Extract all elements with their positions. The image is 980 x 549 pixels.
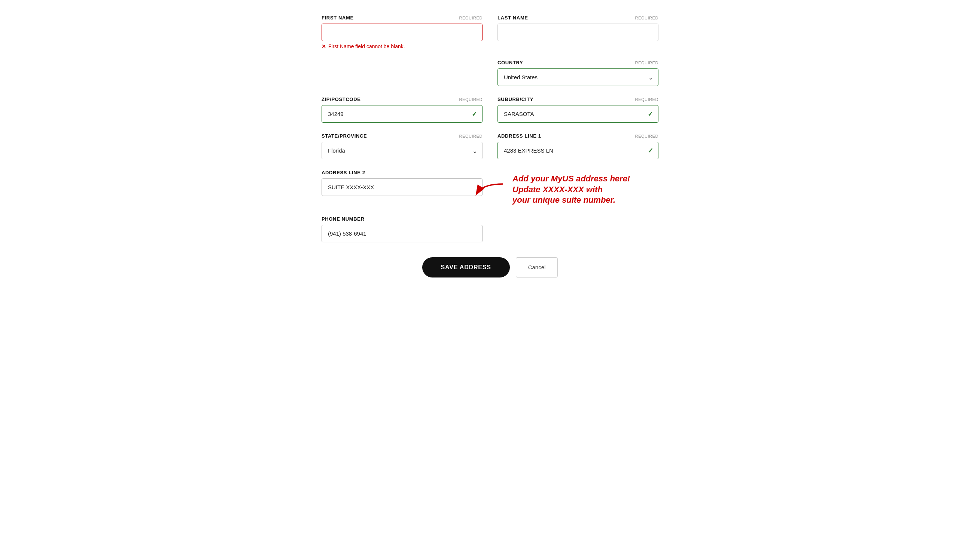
address1-input-wrapper: ✓	[498, 142, 659, 159]
zip-label: ZIP/POSTCODE	[321, 97, 361, 102]
suburb-label-row: SUBURB/CITY REQUIRED	[498, 97, 659, 102]
suburb-group: SUBURB/CITY REQUIRED ✓	[498, 97, 659, 123]
state-required: REQUIRED	[459, 134, 482, 138]
address-form: FIRST NAME REQUIRED ✕ First Name field c…	[321, 15, 659, 278]
country-required: REQUIRED	[635, 60, 659, 65]
zip-group: ZIP/POSTCODE REQUIRED ✓	[321, 97, 482, 123]
suburb-input-wrapper: ✓	[498, 105, 659, 123]
last-name-label: LAST NAME	[498, 15, 528, 21]
first-name-input[interactable]	[321, 24, 482, 41]
country-label: COUNTRY	[498, 60, 523, 65]
last-name-input[interactable]	[498, 24, 659, 41]
button-row: SAVE ADDRESS Cancel	[321, 257, 659, 278]
suburb-required: REQUIRED	[635, 97, 659, 102]
country-row: COUNTRY REQUIRED United States Canada Un…	[321, 60, 659, 86]
first-name-label: FIRST NAME	[321, 15, 354, 21]
address2-group: ADDRESS LINE 2	[321, 170, 482, 196]
last-name-label-row: LAST NAME REQUIRED	[498, 15, 659, 21]
address1-label: ADDRESS LINE 1	[498, 133, 541, 139]
last-name-group: LAST NAME REQUIRED	[498, 15, 659, 41]
country-group: COUNTRY REQUIRED United States Canada Un…	[498, 60, 659, 86]
phone-group: PHONE NUMBER	[321, 216, 482, 242]
address2-callout-row: ADDRESS LINE 2 Add your MyUS address her…	[321, 170, 659, 206]
country-select[interactable]: United States Canada United Kingdom Aust…	[498, 68, 659, 86]
phone-label: PHONE NUMBER	[321, 216, 364, 222]
error-x-icon: ✕	[321, 43, 326, 49]
address1-check-icon: ✓	[648, 147, 653, 155]
address2-input[interactable]	[321, 178, 482, 196]
first-name-label-row: FIRST NAME REQUIRED	[321, 15, 482, 21]
arrow-icon	[475, 180, 505, 203]
zip-input[interactable]	[321, 105, 482, 123]
suburb-label: SUBURB/CITY	[498, 97, 533, 102]
cancel-button[interactable]: Cancel	[516, 257, 558, 278]
state-select-wrapper: Florida California New York Texas ⌄	[321, 142, 482, 159]
state-select[interactable]: Florida California New York Texas	[321, 142, 482, 159]
first-name-required: REQUIRED	[459, 16, 482, 20]
address1-group: ADDRESS LINE 1 REQUIRED ✓	[498, 133, 659, 159]
address2-label-row: ADDRESS LINE 2	[321, 170, 482, 175]
zip-input-wrapper: ✓	[321, 105, 482, 123]
country-select-wrapper: United States Canada United Kingdom Aust…	[498, 68, 659, 86]
state-label: STATE/PROVINCE	[321, 133, 367, 139]
callout-text: Add your MyUS address here! Update XXXX-…	[512, 173, 659, 206]
zip-label-row: ZIP/POSTCODE REQUIRED	[321, 97, 482, 102]
first-name-error: ✕ First Name field cannot be blank.	[321, 43, 482, 49]
first-name-group: FIRST NAME REQUIRED ✕ First Name field c…	[321, 15, 482, 49]
zip-suburb-row: ZIP/POSTCODE REQUIRED ✓ SUBURB/CITY REQU…	[321, 97, 659, 123]
state-address1-row: STATE/PROVINCE REQUIRED Florida Californ…	[321, 133, 659, 159]
address1-required: REQUIRED	[635, 134, 659, 138]
phone-row: PHONE NUMBER	[321, 216, 659, 242]
zip-check-icon: ✓	[472, 110, 477, 118]
last-name-required: REQUIRED	[635, 16, 659, 20]
suburb-input[interactable]	[498, 105, 659, 123]
save-address-button[interactable]: SAVE ADDRESS	[422, 257, 510, 278]
callout-group: Add your MyUS address here! Update XXXX-…	[498, 170, 659, 206]
first-name-error-text: First Name field cannot be blank.	[328, 43, 405, 49]
country-label-row: COUNTRY REQUIRED	[498, 60, 659, 65]
name-row: FIRST NAME REQUIRED ✕ First Name field c…	[321, 15, 659, 49]
zip-required: REQUIRED	[459, 97, 482, 102]
phone-input[interactable]	[321, 225, 482, 242]
phone-label-row: PHONE NUMBER	[321, 216, 482, 222]
address1-input[interactable]	[498, 142, 659, 159]
address2-label: ADDRESS LINE 2	[321, 170, 365, 175]
suburb-check-icon: ✓	[648, 110, 653, 118]
address1-label-row: ADDRESS LINE 1 REQUIRED	[498, 133, 659, 139]
state-label-row: STATE/PROVINCE REQUIRED	[321, 133, 482, 139]
state-group: STATE/PROVINCE REQUIRED Florida Californ…	[321, 133, 482, 159]
